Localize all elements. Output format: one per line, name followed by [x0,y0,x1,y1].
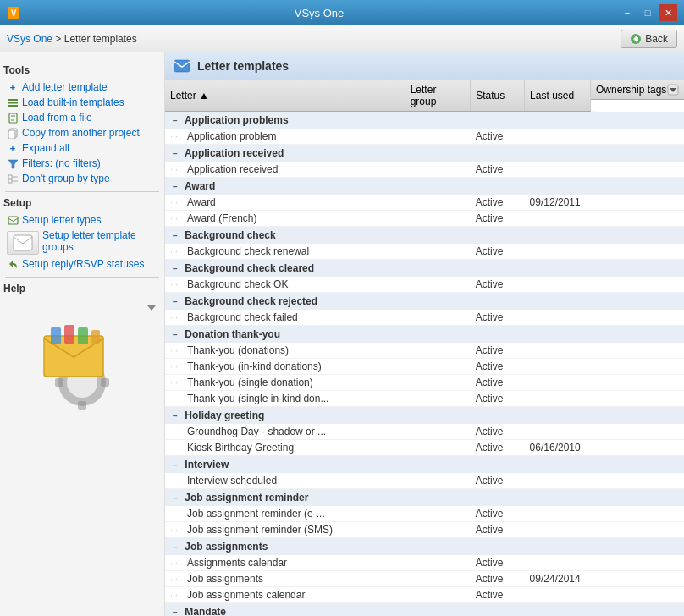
table-group-row[interactable]: − Background check cleared [165,260,684,278]
table-group-row[interactable]: − Job assignments [165,538,684,556]
group-cell [405,244,471,260]
sidebar-item-filters[interactable]: Filters: (no filters) [3,156,161,171]
maximize-button[interactable]: □ [638,4,657,21]
item-label: Job assignments [187,573,263,585]
letter-cell: ··· Job assignments calendar [165,587,405,603]
table-row[interactable]: ··· Application problem Active [165,129,684,145]
back-button[interactable]: Back [621,30,677,48]
table-row[interactable]: ··· Job assignment reminder (e-... Activ… [165,506,684,522]
table-row[interactable]: ··· Kiosk Birthday Greeting Active 06/16… [165,440,684,456]
tags-cell [591,391,685,407]
table-group-row[interactable]: − Holiday greeting [165,407,684,425]
group-cell [405,506,471,522]
letter-cell: ··· Job assignment reminder (SMS) [165,522,405,538]
lastused-cell: 09/12/2011 [525,195,591,211]
help-section-title: Help [3,283,161,294]
letter-templates-icon [174,58,190,74]
col-letter-label: Letter ▲ [170,90,209,102]
table-container[interactable]: Letter ▲ Letter group Status Last used [165,80,684,616]
status-cell: Active [471,375,525,391]
table-row[interactable]: ··· Groundhog Day - shadow or ... Active [165,424,684,440]
breadcrumb-home[interactable]: VSys One [7,33,52,45]
letter-cell: ··· Background check OK [165,277,405,293]
group-cell [405,277,471,293]
table-row[interactable]: ··· Interview scheduled Active [165,473,684,489]
table-row[interactable]: ··· Background check OK Active [165,277,684,293]
sidebar-item-template-groups[interactable]: Setup letter template groups [42,229,157,253]
close-button[interactable]: ✕ [659,4,677,21]
group-cell: − Job assignments [165,538,684,556]
letter-cell: ··· Interview scheduled [165,473,405,489]
item-label: Job assignments calendar [187,589,305,601]
collapse-icon[interactable]: − [170,460,180,470]
table-row[interactable]: ··· Award Active 09/12/2011 [165,195,684,211]
help-arrow [3,298,161,316]
status-cell: Active [471,424,525,440]
tags-cell [591,162,685,178]
svg-rect-12 [8,130,15,139]
table-row[interactable]: ··· Job assignments Active 09/24/2014 [165,571,684,587]
collapse-icon[interactable]: − [170,182,180,192]
collapse-icon[interactable]: − [170,264,180,274]
letter-cell: ··· Thank-you (single in-kind don... [165,391,405,407]
table-row[interactable]: ··· Application received Active [165,162,684,178]
group-cell: − Donation thank-you [165,326,684,344]
collapse-icon[interactable]: − [170,297,180,307]
sidebar-divider-1 [5,191,159,192]
sidebar-item-dont-group[interactable]: Don't group by type [3,171,161,186]
table-group-row[interactable]: − Application received [165,145,684,162]
collapse-icon[interactable]: − [170,116,180,126]
table-group-row[interactable]: − Background check [165,227,684,245]
sidebar-item-reply-statuses[interactable]: Setup reply/RSVP statuses [3,256,161,272]
table-group-row[interactable]: − Application problems [165,112,684,129]
table-row[interactable]: ··· Background check failed Active [165,310,684,326]
lastused-cell [525,555,591,571]
table-group-row[interactable]: − Mandate [165,603,684,617]
table-header-row: Letter ▲ Letter group Status Last used [165,80,684,112]
status-cell: Active [471,343,525,359]
sidebar-item-load-file[interactable]: Load from a file [3,110,161,125]
letter-cell: ··· Thank-you (in-kind donations) [165,359,405,375]
table-row[interactable]: ··· Job assignment reminder (SMS) Active [165,522,684,538]
file-icon [7,112,19,124]
collapse-icon[interactable]: − [170,330,180,340]
table-row[interactable]: ··· Assignments calendar Active [165,555,684,571]
sidebar-item-expand-all[interactable]: + Expand all [3,140,161,156]
minimize-button[interactable]: − [618,4,637,21]
table-group-row[interactable]: − Donation thank-you [165,326,684,344]
lastused-cell [525,424,591,440]
table-group-row[interactable]: − Job assignment reminder [165,489,684,507]
col-header-letter[interactable]: Letter ▲ [165,80,405,112]
table-row[interactable]: ··· Thank-you (in-kind donations) Active [165,359,684,375]
sidebar-item-copy-project[interactable]: Copy from another project [3,125,161,140]
table-row[interactable]: ··· Thank-you (single in-kind don... Act… [165,391,684,407]
tags-cell [591,522,685,538]
letter-image [7,231,39,255]
collapse-icon[interactable]: − [170,411,180,421]
col-header-lastused[interactable]: Last used [525,80,591,112]
col-header-status[interactable]: Status [471,80,525,112]
table-row[interactable]: ··· Job assignments calendar Active [165,587,684,603]
svg-rect-31 [91,330,100,344]
collapse-icon[interactable]: − [170,608,180,616]
table-row[interactable]: ··· Thank-you (donations) Active [165,343,684,359]
collapse-icon[interactable]: − [170,542,180,553]
lastused-cell [525,162,591,178]
col-header-group[interactable]: Letter group [405,80,471,112]
table-group-row[interactable]: − Background check rejected [165,293,684,311]
table-row[interactable]: ··· Award (French) Active [165,211,684,227]
table-row[interactable]: ··· Background check renewal Active [165,244,684,260]
collapse-icon[interactable]: − [170,149,180,159]
table-group-row[interactable]: − Award [165,178,684,195]
tags-cell [591,440,685,456]
filter-column-icon[interactable] [667,84,679,96]
table-group-row[interactable]: − Interview [165,456,684,474]
collapse-icon[interactable]: − [170,493,180,503]
sidebar-item-add-letter[interactable]: + Add letter template [3,80,161,95]
table-row[interactable]: ··· Thank-you (single donation) Active [165,375,684,391]
collapse-icon[interactable]: − [170,231,180,241]
sidebar-item-load-builtin[interactable]: Load built-in templates [3,95,161,110]
sidebar-item-letter-types[interactable]: Setup letter types [3,212,161,228]
col-header-tags[interactable]: Ownership tags [591,80,684,100]
group-label: Mandate [185,606,226,616]
